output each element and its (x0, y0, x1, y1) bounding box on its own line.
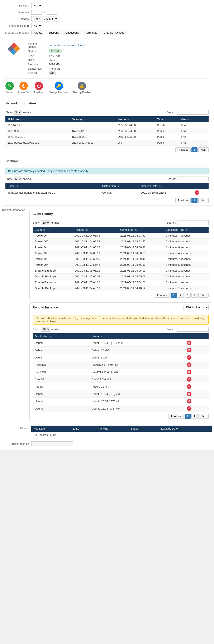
event-history-search-input[interactable] (177, 220, 208, 225)
rebuild-action-btn[interactable]: ↺ (187, 384, 191, 389)
change-package-button[interactable]: Change Package (101, 30, 127, 35)
instance-name-label: Instane Name: (26, 42, 47, 49)
rebuild-next-btn[interactable]: Next (198, 414, 208, 419)
network-prev-btn[interactable]: Previous (175, 147, 191, 152)
rebuild-entries-label: entries (51, 328, 59, 331)
network-controls-left: Show 5 entries (6, 110, 31, 115)
edit-icon[interactable]: ✎ (83, 44, 86, 47)
event-page-4-btn[interactable]: 4 (191, 293, 197, 298)
instance-logo (6, 42, 22, 58)
floating-ips-select[interactable]: No (31, 23, 42, 28)
rebuild-action-btn[interactable]: ↺ (187, 362, 191, 367)
instance-details: Instane Name: demo.whmcsmodule.online ✎ … (26, 42, 208, 75)
backup-disable-action[interactable]: 🔒 Backup Disable (73, 82, 91, 94)
table-row: 167.99.130.61167.99.128.1255.255.240.0Pu… (6, 128, 208, 134)
shutdown-action[interactable]: ⏻ Shutdown (33, 82, 44, 94)
outer-form: Backups No Volumes 0 x 1 Image CentOS 7.… (0, 0, 214, 450)
backups-col-creation: Creation Date ⇅ (139, 183, 192, 189)
event-history-body: Show 10 entries Search: (30, 218, 212, 300)
module-commands-row: Module Commands Create Suspend Unsuspend… (0, 29, 214, 36)
rebuild-entries-select[interactable]: 10 (41, 327, 50, 332)
table-row: 157.245.23.31157.245.20.1255.255.252.0Pu… (6, 134, 208, 140)
backups-prev-btn[interactable]: Previous (175, 198, 191, 203)
network-next-btn[interactable]: Next (198, 147, 208, 152)
event-page-2-btn[interactable]: 2 (178, 293, 184, 298)
event-history-entries-label: entries (51, 221, 59, 224)
rebuild-action-btn[interactable]: ↺ (187, 406, 191, 411)
subscription-id-input[interactable] (31, 442, 73, 446)
backups-select[interactable]: No (31, 3, 42, 8)
backup-restore-btn[interactable]: ↺ (195, 190, 199, 195)
rebuild-action-btn[interactable]: ↺ (187, 392, 191, 396)
network-col-type: Type ⇅ (155, 116, 179, 122)
table-row: Disable Backups2021-03-11 04:48:112021-0… (33, 285, 208, 291)
backups-value: No (31, 3, 212, 8)
rebuild-page-1-btn[interactable]: 1 (185, 414, 191, 419)
backups-page-1-btn[interactable]: 1 (191, 198, 197, 203)
table-row: Disable Backups2021-03-11 05:05:032021-0… (33, 274, 208, 280)
rebuild-controls-right: Search: (167, 327, 208, 332)
reboot-label: Reboot (6, 91, 14, 94)
suspend-button[interactable]: Suspend (46, 30, 62, 35)
network-col-netmask: Netmask ⇅ (116, 116, 155, 122)
network-title: Network Information (2, 100, 212, 107)
backups-entries-label: entries (23, 177, 31, 180)
backups-col-name: Name ⇅ (6, 183, 100, 189)
table-row: Power On2021-03-11 04:00:322021-03-11 04… (33, 244, 208, 250)
event-page-1-btn[interactable]: 1 (171, 293, 177, 298)
event-history-show-label: Show (33, 221, 40, 224)
backups-title: Backups (2, 157, 212, 165)
network-section: Network Information Show 5 entries Searc… (2, 99, 212, 155)
event-next-btn[interactable]: Next (198, 293, 208, 298)
rebuild-search-input[interactable] (177, 327, 208, 332)
backups-search-input[interactable] (177, 176, 208, 181)
reboot-action[interactable]: ↻ Reboot (6, 82, 14, 94)
floating-ips-label: Floating IPs (v4) (2, 24, 31, 27)
image-row: Image CentOS 7.6 x64 (0, 16, 214, 22)
backup-disable-icon: 🔒 (78, 82, 86, 90)
module-buttons: Create Suspend Unsuspend Terminate Chang… (31, 30, 212, 35)
rebuild-col-action (185, 333, 208, 339)
event-history-section: Event History Show 10 entries Search: (29, 210, 212, 300)
create-button[interactable]: Create (31, 30, 45, 35)
rebuild-page-2-btn[interactable]: 2 (191, 414, 197, 419)
backups-next-btn[interactable]: Next (198, 198, 208, 203)
table-row: FedoraFedora 32 x64↺ (33, 383, 208, 390)
memory-value: 1024 MB (47, 62, 208, 66)
backups-col-action (192, 183, 208, 189)
rebuild-action-btn[interactable]: ↺ (187, 370, 191, 374)
network-entries-select[interactable]: 5 (14, 110, 22, 115)
network-table: IP Address ⇅ Gateway ⇅ Netmask ⇅ Type ⇅ … (6, 116, 208, 146)
event-prev-btn[interactable]: Previous (155, 293, 170, 298)
rebuild-controls-left: Show 10 entries (33, 327, 60, 332)
power-off-action[interactable]: ⏻ Power Off (18, 82, 29, 94)
subscription-row: Subscription ID (0, 440, 214, 448)
rebuild-action-btn[interactable]: ↺ (187, 348, 191, 352)
table-row: UbuntuUbuntu 20.04 (LTS) x64↺ (33, 398, 208, 405)
network-page-1-btn[interactable]: 1 (191, 147, 197, 152)
rebuild-action-btn[interactable]: ↺ (187, 340, 191, 345)
rebuild-prev-btn[interactable]: Previous (168, 414, 184, 419)
image-select[interactable]: CentOS 7.6 x64 (31, 16, 58, 22)
image-value: CentOS 7.6 x64 (31, 16, 212, 22)
rebuild-action-btn[interactable]: ↺ (187, 377, 191, 382)
event-page-3-btn[interactable]: 3 (185, 293, 191, 298)
event-history-entries-select[interactable]: 10 (41, 220, 50, 225)
network-col-gateway: Gateway ⇅ (70, 116, 116, 122)
volumes-count-input[interactable]: 0 (31, 10, 42, 14)
network-search-input[interactable] (177, 110, 208, 115)
backups-entries-select[interactable]: 5 (14, 176, 22, 181)
volumes-label: Volumes (2, 11, 31, 14)
rebuild-distribution-dropdown[interactable]: Distribution (183, 305, 208, 310)
volumes-num-input[interactable]: 1 (47, 10, 57, 14)
unsuspend-button[interactable]: Unsuspend (63, 30, 82, 35)
rebuild-action-btn[interactable]: ↺ (187, 399, 191, 404)
shutdown-label: Shutdown (33, 91, 44, 94)
addons-col-pricing: Pricing (98, 426, 129, 432)
table-row: DebianDebian 10 x64↺ (33, 346, 208, 354)
change-password-action[interactable]: 🔑 Change Password (49, 82, 69, 94)
rebuild-action-btn[interactable]: ↺ (187, 355, 191, 360)
backups-row: Backups No (0, 2, 214, 9)
terminate-button[interactable]: Terminate (83, 30, 100, 35)
event-col-exec-time: Execution Time ⇅ (164, 227, 208, 233)
